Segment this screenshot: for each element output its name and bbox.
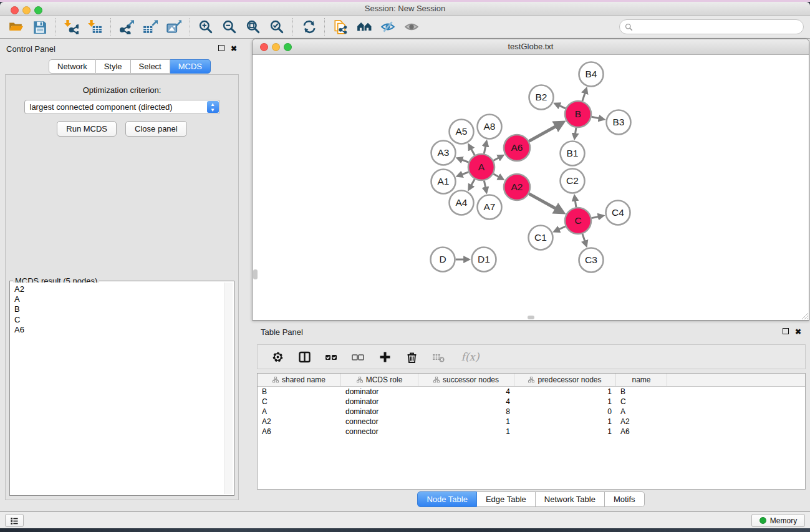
table-close-panel-icon[interactable]: ✖	[795, 328, 801, 336]
graph-node-D[interactable]: D	[431, 248, 455, 272]
graph-edge-C-C3[interactable]	[582, 234, 585, 242]
export-image-button[interactable]	[162, 17, 186, 37]
resize-grip-icon[interactable]	[800, 311, 808, 319]
graph-node-C[interactable]: C	[565, 208, 591, 234]
function-builder-button[interactable]: f(x)	[457, 347, 483, 366]
close-panel-icon[interactable]: ✖	[231, 45, 237, 52]
graph-edge-A-A8[interactable]	[484, 146, 486, 154]
zoom-in-button[interactable]	[194, 17, 218, 37]
graph-node-D1[interactable]: D1	[472, 248, 496, 272]
graph-edge-A-A4[interactable]	[471, 179, 475, 186]
add-column-button[interactable]	[377, 347, 393, 366]
table-float-panel-icon[interactable]	[783, 328, 789, 336]
tab-node-table[interactable]: Node Table	[417, 491, 477, 507]
mcds-result-item[interactable]: A6	[14, 325, 224, 335]
network-window-titlebar[interactable]: testGlobe.txt	[253, 39, 809, 55]
graph-edge-B-B1[interactable]	[575, 128, 576, 134]
column-header-MCDS-role[interactable]: MCDS role	[341, 374, 418, 386]
table-row[interactable]: Cdominator41C	[258, 397, 805, 407]
show-graphics-details-button[interactable]	[400, 17, 423, 37]
hide-graphics-details-button[interactable]	[376, 17, 400, 37]
import-table-button[interactable]	[83, 17, 107, 37]
graph-edge-B-B3[interactable]	[592, 117, 600, 118]
search-input[interactable]	[635, 22, 803, 31]
optimization-criterion-dropdown[interactable]: largest connected component (directed) ▲…	[24, 100, 220, 114]
task-history-button[interactable]	[5, 514, 24, 527]
table-row[interactable]: A6connector11A6	[258, 427, 805, 437]
graph-node-A2[interactable]: A2	[504, 174, 530, 200]
graph-edge-A-A2[interactable]	[493, 174, 499, 177]
tab-network-table[interactable]: Network Table	[536, 491, 605, 507]
export-table-button[interactable]	[138, 17, 162, 37]
column-header-name[interactable]: name	[616, 374, 667, 386]
show-columns-button[interactable]	[296, 347, 312, 366]
graph-node-C4[interactable]: C4	[606, 201, 630, 225]
graph-edge-A-A7[interactable]	[484, 181, 485, 188]
tab-edge-table[interactable]: Edge Table	[477, 491, 536, 507]
graph-edge-A-A5[interactable]	[471, 148, 475, 155]
tab-mcds[interactable]: MCDS	[170, 59, 211, 74]
mcds-result-item[interactable]: A	[14, 294, 224, 304]
tab-select[interactable]: Select	[131, 59, 170, 74]
network-canvas[interactable]: B4 B2 B B3 A8 A5 A6 A3 B1 A C2 A1 A2	[253, 55, 809, 320]
graph-node-A7[interactable]: A7	[478, 195, 502, 220]
close-panel-button[interactable]: Close panel	[125, 121, 187, 137]
tab-style[interactable]: Style	[96, 59, 131, 74]
result-scrollbar[interactable]	[224, 283, 233, 494]
export-network-button[interactable]	[115, 17, 138, 37]
save-session-button[interactable]	[27, 17, 51, 37]
run-mcds-button[interactable]: Run MCDS	[57, 121, 117, 137]
import-network-button[interactable]	[59, 17, 83, 37]
vertical-scroll-thumb[interactable]	[253, 269, 258, 279]
zoom-selected-button[interactable]	[265, 17, 289, 37]
horizontal-scroll-thumb[interactable]	[528, 316, 534, 319]
graph-node-C2[interactable]: C2	[561, 169, 585, 193]
open-file-button[interactable]	[4, 17, 27, 37]
mcds-result-item[interactable]: A2	[14, 284, 224, 294]
select-all-button[interactable]	[323, 347, 339, 366]
table-row[interactable]: A2connector11A2	[258, 417, 805, 427]
refresh-button[interactable]	[297, 17, 321, 37]
graph-edge-A-A3[interactable]	[461, 160, 468, 162]
clone-network-button[interactable]	[329, 17, 352, 37]
memory-button[interactable]: Memory	[751, 514, 805, 527]
search-field[interactable]	[619, 19, 804, 34]
mcds-result-item[interactable]: B	[14, 304, 224, 314]
mcds-result-item[interactable]: C	[14, 315, 224, 325]
graph-node-A5[interactable]: A5	[450, 120, 474, 144]
zoom-fit-button[interactable]	[241, 17, 265, 37]
tab-network[interactable]: Network	[49, 59, 96, 74]
graph-node-C1[interactable]: C1	[529, 226, 553, 250]
zoom-out-button[interactable]	[218, 17, 241, 37]
graph-edge-A2-C[interactable]	[529, 194, 557, 210]
table-row[interactable]: Adominator80A	[258, 407, 805, 417]
graph-node-B[interactable]: B	[565, 101, 591, 127]
table-settings-button[interactable]	[269, 347, 286, 366]
graph-node-B3[interactable]: B3	[607, 110, 631, 135]
graph-edge-B-B4[interactable]	[582, 93, 585, 102]
graph-node-A4[interactable]: A4	[450, 191, 474, 215]
graph-node-B2[interactable]: B2	[529, 85, 554, 110]
column-header-successor-nodes[interactable]: successor nodes	[418, 374, 514, 386]
graph-node-A[interactable]: A	[468, 154, 494, 180]
graph-edge-A6-B[interactable]	[529, 126, 557, 142]
float-panel-icon[interactable]	[218, 45, 224, 52]
graph-edge-C-C2[interactable]	[575, 200, 576, 207]
graph-edge-C-C4[interactable]	[592, 216, 599, 218]
graph-node-B4[interactable]: B4	[579, 62, 604, 87]
graph-node-C3[interactable]: C3	[579, 248, 604, 273]
graph-node-A8[interactable]: A8	[478, 115, 502, 139]
graph-edge-A-A1[interactable]	[461, 172, 468, 175]
graph-node-B1[interactable]: B1	[561, 142, 585, 166]
graph-edge-C-C1[interactable]	[558, 226, 566, 230]
graph-node-A1[interactable]: A1	[432, 170, 456, 194]
network-overview-button[interactable]	[352, 17, 376, 37]
column-header-predecessor-nodes[interactable]: predecessor nodes	[514, 374, 616, 386]
column-header-shared-name[interactable]: shared name	[258, 374, 341, 386]
graph-node-A3[interactable]: A3	[432, 141, 456, 165]
deselect-all-button[interactable]	[350, 347, 366, 366]
graph-edge-A-A6[interactable]	[493, 158, 499, 161]
graph-edge-B-B2[interactable]	[559, 105, 566, 109]
mcds-result-list[interactable]: A2ABCA6	[11, 283, 224, 494]
graph-node-A6[interactable]: A6	[504, 135, 530, 161]
